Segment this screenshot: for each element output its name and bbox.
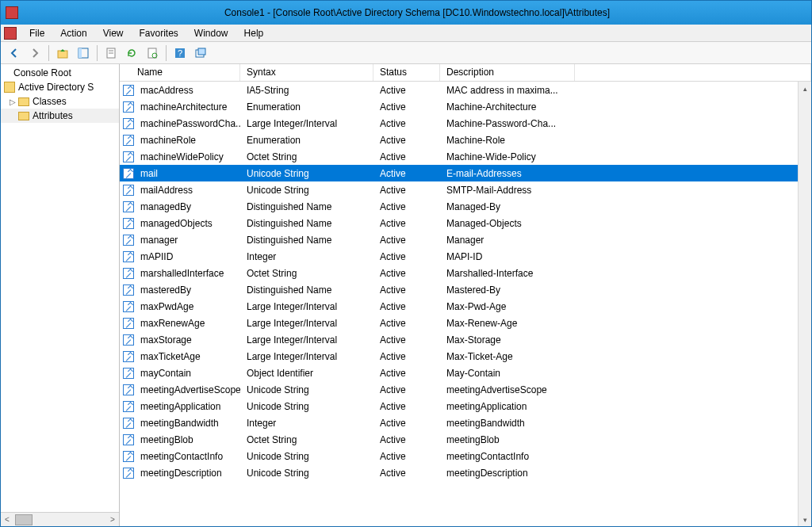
cell-name: meetingDescription	[134, 468, 240, 479]
attribute-icon	[120, 118, 134, 129]
menu-action[interactable]: Action	[52, 26, 94, 40]
cell-syntax: Object Identifier	[240, 368, 373, 379]
tree-node-classes[interactable]: ▷ Classes	[1, 94, 119, 109]
table-row[interactable]: mAPIIDIntegerActiveMAPI-ID	[120, 248, 811, 265]
cell-status: Active	[373, 85, 440, 96]
attribute-icon	[120, 334, 134, 346]
table-row[interactable]: meetingAdvertiseScopeUnicode StringActiv…	[120, 381, 811, 398]
cell-name: managedObjects	[134, 218, 240, 229]
cell-status: Active	[373, 401, 440, 412]
cell-name: machinePasswordCha...	[134, 118, 240, 129]
table-row[interactable]: meetingContactInfoUnicode StringActiveme…	[120, 448, 811, 464]
attribute-icon	[120, 285, 134, 296]
cell-status: Active	[373, 468, 440, 479]
scroll-right-icon[interactable]: >	[106, 515, 119, 524]
menu-help[interactable]: Help	[236, 26, 272, 40]
svg-rect-11	[198, 48, 205, 55]
scroll-track[interactable]	[799, 95, 811, 513]
table-row[interactable]: machineArchitectureEnumerationActiveMach…	[120, 98, 811, 115]
table-row[interactable]: meetingDescriptionUnicode StringActiveme…	[120, 464, 811, 481]
attribute-icon	[120, 468, 134, 479]
back-button[interactable]	[6, 44, 23, 62]
tree-node-schema[interactable]: Active Directory S	[1, 80, 119, 94]
doc-icon	[4, 27, 17, 40]
table-row[interactable]: maxPwdAgeLarge Integer/IntervalActiveMax…	[120, 298, 811, 315]
new-window-button[interactable]	[192, 44, 209, 62]
table-row[interactable]: maxTicketAgeLarge Integer/IntervalActive…	[120, 348, 811, 365]
table-row[interactable]: managedByDistinguished NameActiveManaged…	[120, 198, 811, 215]
scroll-up-icon[interactable]: ▴	[799, 82, 811, 95]
help-button[interactable]: ?	[171, 44, 189, 62]
cell-status: Active	[373, 101, 440, 113]
column-header-syntax[interactable]: Syntax	[240, 64, 373, 81]
attribute-icon	[120, 251, 134, 262]
vertical-scrollbar[interactable]: ▴ ▾	[798, 82, 811, 526]
list-pane: Name Syntax Status Description macAddres…	[120, 64, 811, 526]
cell-status: Active	[373, 285, 440, 296]
expander-icon[interactable]: ▷	[9, 97, 17, 106]
table-row[interactable]: mayContainObject IdentifierActiveMay-Con…	[120, 365, 811, 381]
cell-name: machineArchitecture	[134, 101, 240, 113]
table-row[interactable]: machineRoleEnumerationActiveMachine-Role	[120, 132, 811, 148]
menu-file[interactable]: File	[21, 26, 52, 40]
folder-icon	[18, 97, 29, 106]
scroll-thumb[interactable]	[15, 514, 33, 525]
classes-label: Classes	[33, 96, 67, 107]
up-button[interactable]	[54, 44, 71, 62]
table-row[interactable]: machineWidePolicyOctet StringActiveMachi…	[120, 148, 811, 165]
menu-favorites[interactable]: Favorites	[132, 26, 186, 40]
attribute-icon	[120, 85, 134, 96]
cell-description: Manager	[440, 235, 575, 246]
table-row[interactable]: managerDistinguished NameActiveManager	[120, 231, 811, 248]
table-row[interactable]: masteredByDistinguished NameActiveMaster…	[120, 281, 811, 298]
cell-name: maxStorage	[134, 334, 240, 346]
cell-description: SMTP-Mail-Address	[440, 185, 575, 196]
table-row[interactable]: maxRenewAgeLarge Integer/IntervalActiveM…	[120, 315, 811, 331]
column-header-status[interactable]: Status	[373, 64, 440, 81]
cell-name: maxPwdAge	[134, 301, 240, 312]
console-tree[interactable]: Console Root Active Directory S ▷ Classe…	[1, 64, 119, 512]
table-row[interactable]: managedObjectsDistinguished NameActiveMa…	[120, 215, 811, 231]
forward-button[interactable]	[26, 44, 44, 62]
table-row[interactable]: mailAddressUnicode StringActiveSMTP-Mail…	[120, 181, 811, 198]
export-list-button[interactable]	[102, 44, 120, 62]
cell-status: Active	[373, 168, 440, 179]
cell-description: E-mail-Addresses	[440, 168, 575, 179]
column-header-description[interactable]: Description	[440, 64, 575, 81]
cell-description: Max-Renew-Age	[440, 318, 575, 329]
titlebar[interactable]: Console1 - [Console Root\Active Director…	[1, 1, 811, 25]
cell-syntax: Octet String	[240, 268, 373, 279]
refresh-button[interactable]	[123, 44, 140, 62]
table-row[interactable]: machinePasswordCha...Large Integer/Inter…	[120, 115, 811, 132]
cell-status: Active	[373, 151, 440, 162]
schema-icon	[4, 82, 15, 93]
window-title: Console1 - [Console Root\Active Director…	[23, 7, 811, 18]
scroll-down-icon[interactable]: ▾	[799, 513, 811, 526]
scroll-left-icon[interactable]: <	[1, 515, 13, 524]
attribute-icon	[120, 368, 134, 379]
tree-horizontal-scrollbar[interactable]: < >	[1, 512, 119, 526]
table-row[interactable]: macAddressIA5-StringActiveMAC address in…	[120, 82, 811, 98]
svg-rect-2	[79, 48, 82, 58]
menu-window[interactable]: Window	[186, 26, 236, 40]
list-header: Name Syntax Status Description	[120, 64, 811, 82]
table-row[interactable]: maxStorageLarge Integer/IntervalActiveMa…	[120, 331, 811, 348]
table-row[interactable]: meetingBandwidthIntegerActivemeetingBand…	[120, 414, 811, 431]
cell-syntax: Enumeration	[240, 135, 373, 146]
table-row[interactable]: meetingBlobOctet StringActivemeetingBlob	[120, 431, 811, 448]
reload-schema-button[interactable]	[144, 44, 161, 62]
column-header-spacer[interactable]	[575, 64, 811, 81]
column-header-name[interactable]: Name	[120, 64, 240, 81]
cell-name: meetingBlob	[134, 434, 240, 445]
show-hide-tree-button[interactable]	[75, 44, 92, 62]
tree-node-attributes[interactable]: Attributes	[1, 109, 119, 123]
table-row[interactable]: mailUnicode StringActiveE-mail-Addresses	[120, 165, 811, 181]
menu-view[interactable]: View	[95, 26, 132, 40]
attribute-icon	[120, 401, 134, 412]
list-body: macAddressIA5-StringActiveMAC address in…	[120, 82, 811, 526]
cell-description: Mastered-By	[440, 285, 575, 296]
table-row[interactable]: marshalledInterfaceOctet StringActiveMar…	[120, 265, 811, 281]
tree-node-console-root[interactable]: Console Root	[1, 66, 119, 80]
table-row[interactable]: meetingApplicationUnicode StringActiveme…	[120, 398, 811, 414]
cell-description: meetingApplication	[440, 401, 575, 412]
